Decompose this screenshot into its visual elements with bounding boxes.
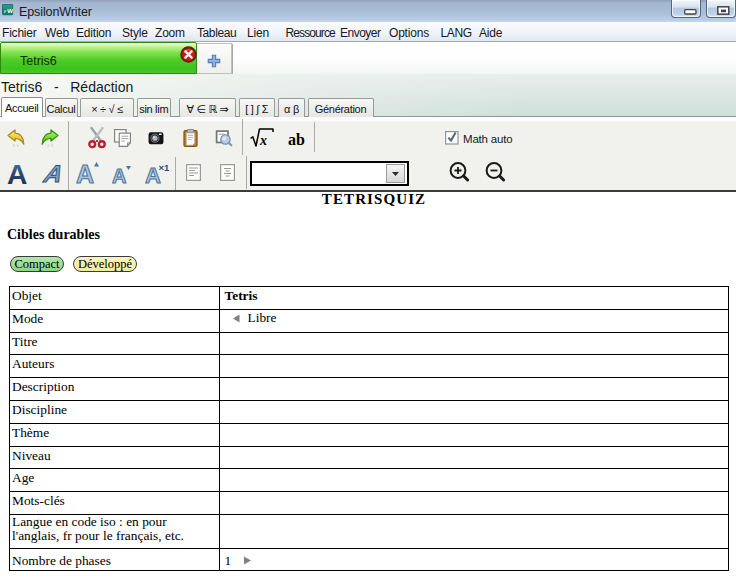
svg-text:x: x — [259, 133, 267, 148]
svg-text:A: A — [76, 161, 94, 186]
svg-text:×1: ×1 — [159, 162, 170, 173]
svg-text:A: A — [41, 163, 66, 185]
svg-text:A: A — [7, 161, 27, 186]
svg-text:A: A — [112, 165, 126, 186]
svg-text:ε: ε — [4, 7, 7, 14]
svg-text:W: W — [7, 8, 13, 14]
